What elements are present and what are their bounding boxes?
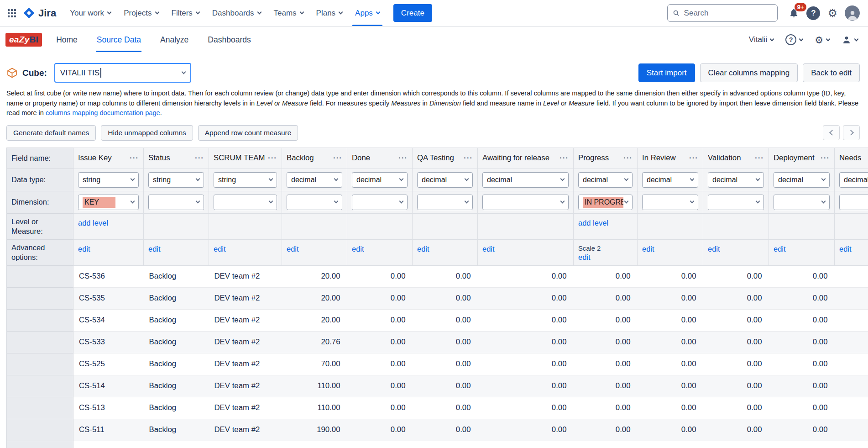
value-cell: 0.00 xyxy=(638,287,703,309)
team-cell: DEV team #2 xyxy=(209,265,282,287)
value-cell: 0.00 xyxy=(574,353,638,375)
dimension-select-backlog[interactable] xyxy=(287,195,342,210)
edit-link-done[interactable]: edit xyxy=(352,245,364,253)
add-level-link-issue-key[interactable]: add level xyxy=(78,219,108,227)
table-actions: Generate default namesHide unmapped colu… xyxy=(6,125,303,141)
column-menu-button[interactable]: ··· xyxy=(559,153,569,163)
clear-columns-mapping-button[interactable]: Clear columns mapping xyxy=(700,63,798,82)
column-menu-button[interactable]: ··· xyxy=(398,153,408,163)
eazybi-user-menu[interactable] xyxy=(842,35,858,45)
start-import-button[interactable]: Start import xyxy=(638,63,695,82)
create-button[interactable]: Create xyxy=(393,4,432,22)
data-type-select-backlog[interactable]: decimal xyxy=(287,172,342,188)
cube-toolbar: Cube: VITALII TIS Start import Clear col… xyxy=(0,53,868,83)
eazybi-logo[interactable]: eaZyBI xyxy=(5,33,42,47)
prev-page-button[interactable] xyxy=(823,125,840,140)
eazybi-logo-text: eaZy xyxy=(9,35,30,44)
account-name-menu[interactable]: Vitalii xyxy=(749,35,774,44)
dimension-select-awaiting-for-release[interactable] xyxy=(482,195,569,210)
dimension-select-validation[interactable] xyxy=(708,195,764,210)
value-cell xyxy=(835,375,868,397)
search-input[interactable] xyxy=(684,9,773,18)
back-to-edit-button[interactable]: Back to edit xyxy=(803,63,860,82)
edit-link-awaiting-for-release[interactable]: edit xyxy=(482,245,495,253)
edit-link-validation[interactable]: edit xyxy=(708,245,720,253)
nav-item-teams[interactable]: Teams xyxy=(267,0,310,26)
value-cell: 20.00 xyxy=(282,287,347,309)
eazybi-help-menu[interactable]: ? xyxy=(785,34,803,45)
edit-link-backlog[interactable]: edit xyxy=(287,245,299,253)
column-menu-button[interactable]: ··· xyxy=(689,153,698,163)
data-type-select-done[interactable]: decimal xyxy=(352,172,408,188)
value-cell: 0.00 xyxy=(703,397,769,419)
tab-source-data[interactable]: Source Data xyxy=(96,28,141,52)
tab-home[interactable]: Home xyxy=(56,28,78,52)
edit-link-deployment[interactable]: edit xyxy=(774,245,786,253)
generate-default-names-button[interactable]: Generate default names xyxy=(6,125,96,141)
nav-item-dashboards[interactable]: Dashboards xyxy=(206,0,267,26)
column-menu-button[interactable]: ··· xyxy=(464,153,473,163)
column-menu-button[interactable]: ··· xyxy=(755,153,764,163)
value-cell: 0.00 xyxy=(769,419,835,441)
settings-button[interactable]: ⚙ xyxy=(825,5,840,21)
edit-link-in-review[interactable]: edit xyxy=(642,245,654,253)
cube-select[interactable]: VITALII TIS xyxy=(54,63,191,83)
dimension-select-deployment[interactable] xyxy=(774,195,830,210)
chevron-down-icon xyxy=(821,199,826,204)
value-cell: 0.00 xyxy=(703,287,769,309)
data-type-select-progress[interactable]: decimal xyxy=(578,172,633,188)
dimension-select-qa-testing[interactable] xyxy=(417,195,473,210)
gear-icon: ⚙ xyxy=(827,8,837,19)
user-avatar[interactable] xyxy=(845,5,860,21)
app-switcher-button[interactable] xyxy=(5,6,19,21)
column-menu-button[interactable]: ··· xyxy=(268,153,277,163)
dimension-select-done[interactable] xyxy=(352,195,408,210)
column-header-validation: Validation··· xyxy=(703,148,769,169)
select-value: string xyxy=(153,176,171,184)
notifications-button[interactable]: 9+ xyxy=(786,5,802,21)
hide-unmapped-columns-button[interactable]: Hide unmapped columns xyxy=(101,125,193,141)
data-type-select-status[interactable]: string xyxy=(148,172,204,188)
status-cell: Backlog xyxy=(144,397,209,419)
jira-logo[interactable]: Jira xyxy=(23,7,56,19)
data-type-select-validation[interactable]: decimal xyxy=(708,172,764,188)
edit-link-qa-testing[interactable]: edit xyxy=(417,245,429,253)
data-type-select-needs[interactable]: decimal xyxy=(839,172,868,188)
data-type-select-issue-key[interactable]: string xyxy=(78,172,139,188)
append-row-count-measure-button[interactable]: Append row count measure xyxy=(198,125,298,141)
edit-link-needs[interactable]: edit xyxy=(839,245,852,253)
tab-analyze[interactable]: Analyze xyxy=(160,28,189,52)
column-menu-button[interactable]: ··· xyxy=(623,153,633,163)
edit-link-progress[interactable]: edit xyxy=(578,253,591,261)
data-type-select-in-review[interactable]: decimal xyxy=(642,172,698,188)
nav-item-plans[interactable]: Plans xyxy=(310,0,349,26)
data-type-select-awaiting-for-release[interactable]: decimal xyxy=(482,172,569,188)
dimension-select-status[interactable] xyxy=(148,195,204,210)
dimension-select-progress[interactable]: IN PROGRESS xyxy=(578,195,633,210)
documentation-link[interactable]: columns mapping documentation page xyxy=(46,109,160,116)
data-type-select-deployment[interactable]: decimal xyxy=(774,172,830,188)
eazybi-settings-menu[interactable]: ⚙ xyxy=(815,35,830,45)
edit-link-status[interactable]: edit xyxy=(148,245,161,253)
dimension-select-issue-key[interactable]: KEY xyxy=(78,195,139,210)
dimension-select-needs[interactable] xyxy=(839,195,868,210)
value-cell: 0.00 xyxy=(574,287,638,309)
data-type-select-scrum-team[interactable]: string xyxy=(214,172,277,188)
nav-item-projects[interactable]: Projects xyxy=(117,0,165,26)
dimension-select-scrum-team[interactable] xyxy=(214,195,277,210)
dimension-select-in-review[interactable] xyxy=(642,195,698,210)
data-type-select-qa-testing[interactable]: decimal xyxy=(417,172,473,188)
edit-link-issue-key[interactable]: edit xyxy=(78,245,90,253)
help-button[interactable]: ? xyxy=(806,6,820,20)
edit-link-scrum-team[interactable]: edit xyxy=(214,245,226,253)
nav-item-apps[interactable]: Apps xyxy=(349,0,386,26)
column-menu-button[interactable]: ··· xyxy=(333,153,342,163)
column-menu-button[interactable]: ··· xyxy=(195,153,204,163)
nav-item-filters[interactable]: Filters xyxy=(165,0,206,26)
column-menu-button[interactable]: ··· xyxy=(130,153,139,163)
next-page-button[interactable] xyxy=(843,125,860,140)
add-level-link-progress[interactable]: add level xyxy=(578,219,608,227)
tab-dashboards[interactable]: Dashboards xyxy=(207,28,251,52)
column-menu-button[interactable]: ··· xyxy=(821,153,830,163)
nav-item-your-work[interactable]: Your work xyxy=(63,0,117,26)
